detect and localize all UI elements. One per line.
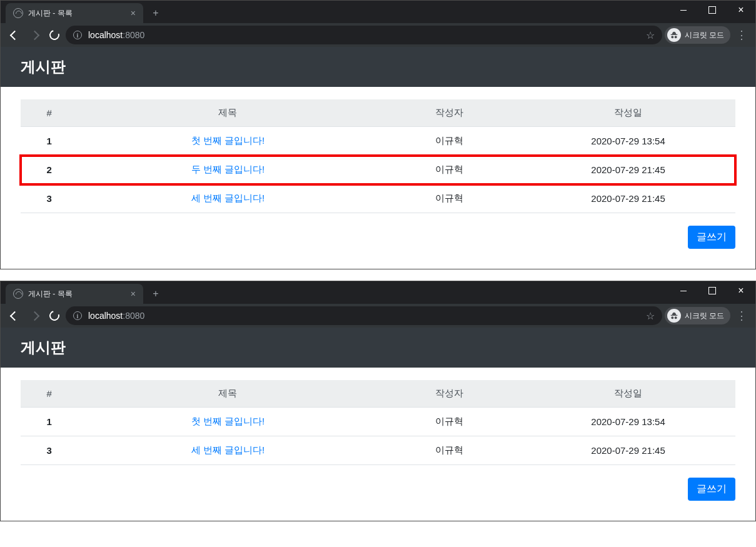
table-row: 1 첫 번째 글입니다! 이규혁 2020-07-29 13:54 (21, 127, 735, 156)
col-header-date: 작성일 (521, 99, 735, 127)
close-window-button[interactable]: × (727, 281, 755, 300)
new-tab-button[interactable]: + (147, 4, 164, 22)
reload-button[interactable] (46, 26, 63, 44)
write-button[interactable]: 글쓰기 (688, 478, 735, 501)
back-button[interactable] (6, 307, 23, 324)
browser-toolbar: i localhost:8080 ☆ 시크릿 모드 (1, 304, 755, 328)
page-title: 게시판 (1, 47, 755, 87)
window-controls: × (669, 281, 755, 300)
row-date: 2020-07-29 13:54 (521, 127, 735, 156)
bookmark-star-icon[interactable]: ☆ (646, 310, 655, 322)
row-author: 이규혁 (378, 184, 521, 213)
row-title-cell: 세 번째 글입니다! (78, 436, 378, 465)
browser-tab[interactable]: 게시판 - 목록 × (6, 3, 143, 23)
page-body: # 제목 작성자 작성일 1 첫 번째 글입니다! 이규혁 2020-07-29… (1, 368, 755, 521)
row-number: 1 (21, 127, 78, 156)
row-number: 2 (21, 156, 78, 184)
row-date: 2020-07-29 13:54 (521, 408, 735, 436)
post-link[interactable]: 첫 번째 글입니다! (191, 416, 265, 426)
tab-title: 게시판 - 목록 (28, 8, 73, 19)
table-row: 3 세 번째 글입니다! 이규혁 2020-07-29 21:45 (21, 184, 735, 213)
row-author: 이규혁 (378, 127, 521, 156)
row-author: 이규혁 (378, 436, 521, 465)
browser-menu-button[interactable] (733, 28, 750, 42)
maximize-button[interactable] (698, 281, 727, 300)
globe-icon (13, 289, 23, 299)
col-header-date: 작성일 (521, 380, 735, 408)
back-button[interactable] (6, 26, 23, 44)
close-window-button[interactable]: × (727, 1, 755, 19)
url-text: localhost:8080 (88, 311, 144, 321)
minimize-button[interactable] (669, 1, 698, 19)
incognito-label: 시크릿 모드 (685, 30, 724, 41)
row-author: 이규혁 (378, 408, 521, 436)
row-number: 3 (21, 184, 78, 213)
globe-icon (13, 8, 23, 18)
col-header-author: 작성자 (378, 380, 521, 408)
browser-menu-button[interactable] (733, 309, 750, 323)
col-header-title: 제목 (78, 380, 378, 408)
row-number: 1 (21, 408, 78, 436)
browser-toolbar: i localhost:8080 ☆ 시크릿 모드 (1, 23, 755, 47)
bookmark-star-icon[interactable]: ☆ (646, 29, 655, 41)
browser-tab[interactable]: 게시판 - 목록 × (6, 284, 143, 304)
address-bar[interactable]: i localhost:8080 ☆ (66, 306, 662, 325)
address-bar[interactable]: i localhost:8080 ☆ (66, 26, 662, 44)
write-button[interactable]: 글쓰기 (688, 226, 735, 249)
row-date: 2020-07-29 21:45 (521, 436, 735, 465)
site-info-icon[interactable]: i (73, 311, 82, 320)
col-header-author: 작성자 (378, 99, 521, 127)
forward-button[interactable] (26, 26, 43, 44)
table-row: 1 첫 번째 글입니다! 이규혁 2020-07-29 13:54 (21, 408, 735, 436)
board-table: # 제목 작성자 작성일 1 첫 번째 글입니다! 이규혁 2020-07-29… (21, 99, 735, 213)
table-header-row: # 제목 작성자 작성일 (21, 99, 735, 127)
table-row: 2 두 번째 글입니다! 이규혁 2020-07-29 21:45 (21, 156, 735, 184)
incognito-indicator[interactable]: 시크릿 모드 (665, 26, 730, 44)
minimize-button[interactable] (669, 281, 698, 300)
col-header-title: 제목 (78, 99, 378, 127)
table-row: 3 세 번째 글입니다! 이규혁 2020-07-29 21:45 (21, 436, 735, 465)
row-author: 이규혁 (378, 156, 521, 184)
row-date: 2020-07-29 21:45 (521, 156, 735, 184)
post-link[interactable]: 첫 번째 글입니다! (191, 135, 265, 146)
maximize-button[interactable] (698, 1, 727, 19)
forward-button[interactable] (26, 307, 43, 324)
post-link[interactable]: 두 번째 글입니다! (191, 164, 265, 174)
browser-window: 게시판 - 목록 × + × i localhost:8080 ☆ 시크릿 모드… (0, 281, 756, 521)
board-table: # 제목 작성자 작성일 1 첫 번째 글입니다! 이규혁 2020-07-29… (21, 380, 735, 465)
incognito-icon (667, 309, 681, 323)
url-text: localhost:8080 (88, 30, 144, 40)
close-tab-icon[interactable]: × (131, 8, 136, 18)
window-controls: × (669, 1, 755, 19)
close-tab-icon[interactable]: × (131, 289, 136, 299)
col-header-number: # (21, 380, 78, 408)
browser-window: 게시판 - 목록 × + × i localhost:8080 ☆ 시크릿 모드… (0, 0, 756, 269)
incognito-indicator[interactable]: 시크릿 모드 (665, 307, 730, 324)
tab-strip: 게시판 - 목록 × + × (1, 1, 755, 23)
reload-button[interactable] (46, 307, 63, 324)
tab-strip: 게시판 - 목록 × + × (1, 281, 755, 304)
post-link[interactable]: 세 번째 글입니다! (191, 444, 265, 455)
incognito-label: 시크릿 모드 (685, 311, 724, 321)
page-body: # 제목 작성자 작성일 1 첫 번째 글입니다! 이규혁 2020-07-29… (1, 87, 755, 269)
tab-title: 게시판 - 목록 (28, 289, 73, 299)
page-title: 게시판 (1, 328, 755, 368)
site-info-icon[interactable]: i (73, 31, 82, 39)
row-number: 3 (21, 436, 78, 465)
row-title-cell: 첫 번째 글입니다! (78, 408, 378, 436)
post-link[interactable]: 세 번째 글입니다! (191, 193, 265, 203)
row-date: 2020-07-29 21:45 (521, 184, 735, 213)
row-title-cell: 첫 번째 글입니다! (78, 127, 378, 156)
new-tab-button[interactable]: + (147, 285, 164, 303)
col-header-number: # (21, 99, 78, 127)
row-title-cell: 두 번째 글입니다! (78, 156, 378, 184)
incognito-icon (667, 28, 681, 42)
row-title-cell: 세 번째 글입니다! (78, 184, 378, 213)
table-header-row: # 제목 작성자 작성일 (21, 380, 735, 408)
